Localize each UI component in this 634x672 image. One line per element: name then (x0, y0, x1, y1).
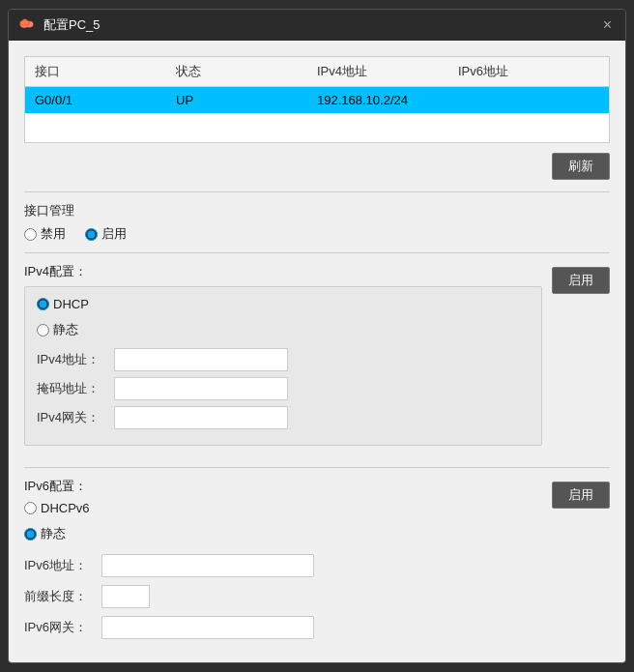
ipv6-gateway-label: IPv6网关： (24, 619, 101, 636)
col-header-ipv4: IPv4地址 (317, 63, 458, 80)
radio-dhcpv6-input[interactable] (24, 502, 37, 514)
titlebar-left: 配置PC_5 (18, 16, 101, 34)
ipv4-gateway-row: IPv4网关： (37, 406, 530, 429)
ipv6-section: IPv6配置： DHCPv6 静态 (24, 478, 610, 647)
ipv4-address-row: IPv4地址： (37, 348, 530, 371)
table-header: 接口 状态 IPv4地址 IPv6地址 (25, 57, 609, 87)
ipv4-section: IPv4配置： DHCP 静态 (24, 263, 610, 457)
radio-disable-label: 禁用 (41, 225, 66, 243)
window-title: 配置PC_5 (43, 16, 101, 34)
radio-static-ipv6-input[interactable] (24, 528, 37, 541)
table-empty-row (25, 113, 609, 142)
refresh-button[interactable]: 刷新 (552, 153, 610, 180)
cell-status: UP (176, 93, 317, 107)
divider-3 (24, 467, 610, 468)
ipv6-gateway-row: IPv6网关： (24, 616, 542, 639)
content-area: 接口 状态 IPv4地址 IPv6地址 G0/0/1 UP 192.168.10… (9, 41, 625, 662)
ipv6-config-label: IPv6配置： (24, 478, 542, 495)
main-window: 配置PC_5 × 接口 状态 IPv4地址 IPv6地址 G0/0/1 UP 1… (8, 9, 626, 663)
radio-enable-input[interactable] (85, 228, 98, 241)
divider-1 (24, 191, 610, 192)
cloud-icon (18, 16, 36, 34)
radio-dhcpv6[interactable]: DHCPv6 (24, 501, 90, 515)
ipv4-radio-group: DHCP (37, 297, 530, 311)
radio-static-ipv6[interactable]: 静态 (24, 525, 66, 542)
ipv6-prefix-label: 前缀长度： (24, 588, 101, 605)
ipv4-gateway-label: IPv4网关： (37, 409, 114, 426)
ipv6-prefix-row: 前缀长度： (24, 585, 542, 608)
cell-ipv4: 192.168.10.2/24 (317, 93, 458, 107)
ipv4-mask-input[interactable] (114, 377, 288, 400)
ipv4-gateway-input[interactable] (114, 406, 288, 429)
ipv4-mask-row: 掩码地址： (37, 377, 530, 400)
ipv6-address-label: IPv6地址： (24, 557, 101, 574)
ipv4-apply-button[interactable]: 启用 (552, 267, 610, 294)
col-header-ipv6: IPv6地址 (458, 63, 599, 80)
ipv6-static-radio-group: 静态 (24, 525, 542, 542)
interface-management-label: 接口管理 (24, 202, 610, 219)
radio-static-ipv4[interactable]: 静态 (37, 321, 78, 338)
radio-disable[interactable]: 禁用 (24, 225, 66, 243)
ipv6-address-input[interactable] (101, 554, 314, 577)
ipv4-address-input[interactable] (114, 348, 288, 371)
radio-enable[interactable]: 启用 (85, 225, 127, 243)
radio-dhcp[interactable]: DHCP (37, 297, 89, 311)
cell-ipv6 (458, 93, 599, 107)
ipv6-apply-area: 启用 (552, 478, 610, 512)
close-button[interactable]: × (599, 15, 616, 35)
ipv6-form-area: IPv6地址： 前缀长度： IPv6网关： (24, 554, 542, 639)
ipv4-static-radio-group: 静态 (37, 321, 530, 338)
ipv6-dhcpv6-radio-group: DHCPv6 (24, 501, 542, 515)
ipv6-address-row: IPv6地址： (24, 554, 542, 577)
divider-2 (24, 252, 610, 253)
col-header-interface: 接口 (35, 63, 176, 80)
col-header-status: 状态 (176, 63, 317, 80)
ipv4-config-label: IPv4配置： (24, 263, 542, 280)
titlebar: 配置PC_5 × (9, 10, 625, 41)
ipv6-prefix-input[interactable] (101, 585, 150, 608)
radio-static-ipv4-input[interactable] (37, 324, 49, 336)
ipv6-apply-button[interactable]: 启用 (552, 482, 610, 509)
radio-enable-label: 启用 (101, 225, 127, 243)
interface-table: 接口 状态 IPv4地址 IPv6地址 G0/0/1 UP 192.168.10… (24, 56, 610, 143)
radio-disable-input[interactable] (24, 228, 37, 241)
ipv6-gateway-input[interactable] (101, 616, 314, 639)
radio-dhcp-input[interactable] (37, 298, 49, 310)
radio-static-ipv4-label: 静态 (53, 321, 78, 338)
ipv4-config-section: DHCP 静态 IPv4地址： 掩码地址： (24, 286, 542, 446)
radio-dhcpv6-label: DHCPv6 (41, 501, 90, 515)
ipv4-mask-label: 掩码地址： (37, 380, 114, 397)
ipv6-config-inner: IPv6配置： DHCPv6 静态 (24, 478, 542, 647)
ipv4-address-label: IPv4地址： (37, 351, 114, 368)
cell-interface: G0/0/1 (35, 93, 176, 107)
radio-dhcp-label: DHCP (53, 297, 89, 311)
radio-static-ipv6-label: 静态 (41, 525, 66, 542)
ipv6-radio-section: DHCPv6 静态 (24, 501, 542, 542)
interface-management-radio-group: 禁用 启用 (24, 225, 610, 243)
ipv4-apply-area: 启用 (552, 263, 610, 298)
ipv4-config-inner: IPv4配置： DHCP 静态 (24, 263, 542, 457)
table-row[interactable]: G0/0/1 UP 192.168.10.2/24 (25, 87, 609, 113)
